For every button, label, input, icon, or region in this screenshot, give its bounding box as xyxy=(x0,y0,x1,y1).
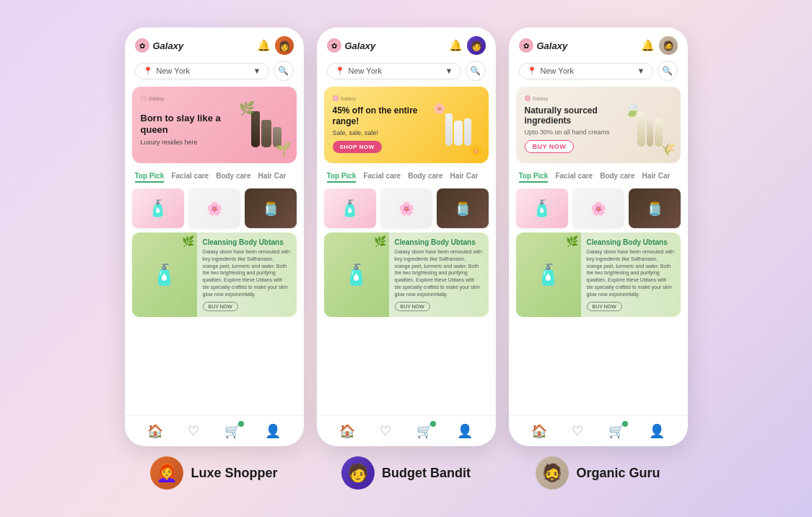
budget-persona-label: 🧑 Budget Bandit xyxy=(341,456,471,490)
organic-bottle-2 xyxy=(647,121,653,147)
organic-feature-button[interactable]: BUY NOW xyxy=(587,302,622,311)
luxe-notification-icon[interactable]: 🔔 xyxy=(257,39,271,52)
budget-banner: Galaxy 45% off on the entire range! Sale… xyxy=(324,87,489,163)
budget-product-1[interactable]: 🧴 xyxy=(324,188,376,228)
budget-feature-button[interactable]: BUY NOW xyxy=(395,302,430,311)
luxe-product-img-3: 🫙 xyxy=(245,188,297,228)
luxe-search-bar: 📍 New York ▼ 🔍 xyxy=(125,61,304,87)
organic-header-icons: 🔔 🧔 xyxy=(641,36,678,55)
luxe-header-icons: 🔔 👩 xyxy=(257,36,294,55)
luxe-bottom-nav: 🏠 ♡ 🛒 👤 xyxy=(125,415,304,446)
luxe-banner-logo: Galaxy xyxy=(141,95,288,101)
organic-feature-image: 🧴 🌿 xyxy=(516,233,581,317)
budget-tab-hair[interactable]: Hair Car xyxy=(450,172,479,183)
luxe-feature-banner: 🧴 🌿 Cleansing Body Ubtans Galaxy obsm ha… xyxy=(132,233,297,317)
organic-chevron-icon: ▼ xyxy=(637,66,645,75)
luxe-persona-name: Luxe Shopper xyxy=(191,466,277,481)
organic-product-3[interactable]: 🫙 xyxy=(629,188,681,228)
budget-feature-banner: 🧴 🌿 Cleansing Body Ubtans Galaxy obsm ha… xyxy=(324,233,489,317)
budget-banner-content: 45% off on the entire range! Sale, sale,… xyxy=(333,104,480,155)
organic-notification-icon[interactable]: 🔔 xyxy=(641,39,655,52)
budget-product-2[interactable]: 🌸 xyxy=(380,188,432,228)
budget-nav-wishlist[interactable]: ♡ xyxy=(380,423,391,439)
organic-product-img-1: 🧴 xyxy=(516,188,568,228)
luxe-avatar[interactable]: 👩 xyxy=(275,36,294,55)
luxe-nav-cart[interactable]: 🛒 xyxy=(224,423,240,439)
organic-bottom-nav: 🏠 ♡ 🛒 👤 xyxy=(509,415,688,446)
luxe-banner-text: Born to slay like a queen Luxury resides… xyxy=(141,113,239,145)
luxe-product-grid: 🧴 🌸 🫙 xyxy=(125,186,304,233)
bottle-1 xyxy=(251,111,260,147)
budget-avatar[interactable]: 🧑 xyxy=(467,36,486,55)
luxe-feature-button[interactable]: BUY NOW xyxy=(203,302,238,311)
luxe-search-button[interactable]: 🔍 xyxy=(274,61,294,81)
luxe-search-input-wrap[interactable]: 📍 New York ▼ xyxy=(135,63,269,79)
organic-tab-hair[interactable]: Hair Car xyxy=(642,172,671,183)
white-bottle-3 xyxy=(464,118,471,146)
luxe-feature-image: 🧴 🌿 xyxy=(132,233,197,317)
organic-product-1[interactable]: 🧴 xyxy=(516,188,568,228)
budget-tab-body[interactable]: Body care xyxy=(408,172,442,183)
luxe-tab-toppick[interactable]: Top Pick xyxy=(135,172,165,183)
budget-banner-image: 🌸 🌼 xyxy=(437,104,480,155)
budget-banner-title: 45% off on the entire range! xyxy=(333,105,431,126)
budget-search-bar: 📍 New York ▼ 🔍 xyxy=(317,61,496,87)
luxe-nav-wishlist[interactable]: ♡ xyxy=(188,423,199,439)
organic-nav-wishlist[interactable]: ♡ xyxy=(572,423,583,439)
luxe-product-2[interactable]: 🌸 xyxy=(188,188,240,228)
organic-location-icon: 📍 xyxy=(527,66,537,76)
budget-nav-cart[interactable]: 🛒 xyxy=(416,423,432,439)
budget-location-icon: 📍 xyxy=(335,66,345,76)
luxe-banner-title: Born to slay like a queen xyxy=(141,113,239,135)
luxe-header: ✿ Galaxy 🔔 👩 xyxy=(125,27,304,61)
budget-tab-facial[interactable]: Facial care xyxy=(363,172,401,183)
luxe-brand-logo: ✿ Galaxy xyxy=(135,38,184,53)
budget-tab-toppick[interactable]: Top Pick xyxy=(327,172,357,183)
organic-phone: ✿ Galaxy 🔔 🧔 📍 New York ▼ 🔍 xyxy=(509,27,688,446)
luxe-feature-title: Cleansing Body Ubtans xyxy=(203,238,291,246)
luxe-nav-profile[interactable]: 👤 xyxy=(265,423,281,439)
budget-persona-avatar: 🧑 xyxy=(341,456,375,490)
luxe-brand-name: Galaxy xyxy=(153,40,184,51)
budget-search-input-wrap[interactable]: 📍 New York ▼ xyxy=(327,63,461,79)
organic-buy-now-button[interactable]: BUY NOW xyxy=(525,140,575,153)
budget-phone: ✿ Galaxy 🔔 🧑 📍 New York ▼ 🔍 xyxy=(317,27,496,446)
luxe-tab-hair[interactable]: Hair Car xyxy=(258,172,287,183)
organic-search-button[interactable]: 🔍 xyxy=(658,61,678,81)
organic-feature-desc: Galaxy obsm have been remouted with key … xyxy=(587,248,675,298)
budget-product-3[interactable]: 🫙 xyxy=(437,188,489,228)
organic-feature-title: Cleansing Body Ubtans xyxy=(587,238,675,246)
organic-nav-profile[interactable]: 👤 xyxy=(649,423,665,439)
budget-nav-home[interactable]: 🏠 xyxy=(339,423,355,439)
organic-nav-cart[interactable]: 🛒 xyxy=(608,423,624,439)
luxe-product-1[interactable]: 🧴 xyxy=(132,188,184,228)
luxe-nav-home[interactable]: 🏠 xyxy=(147,423,163,439)
budget-nav-profile[interactable]: 👤 xyxy=(457,423,473,439)
luxe-product-3[interactable]: 🫙 xyxy=(245,188,297,228)
organic-search-input-wrap[interactable]: 📍 New York ▼ xyxy=(519,63,653,79)
budget-bottom-nav: 🏠 ♡ 🛒 👤 xyxy=(317,415,496,446)
luxe-tab-facial[interactable]: Facial care xyxy=(171,172,209,183)
budget-banner-subtitle: Sale, sale, sale! xyxy=(333,129,431,136)
organic-tab-facial[interactable]: Facial care xyxy=(555,172,593,183)
organic-product-2[interactable]: 🌸 xyxy=(572,188,624,228)
luxe-product-img-1: 🧴 xyxy=(132,188,184,228)
luxe-tab-body[interactable]: Body care xyxy=(216,172,250,183)
budget-brand-name: Galaxy xyxy=(345,40,376,51)
budget-product-img-1: 🧴 xyxy=(324,188,376,228)
budget-notification-icon[interactable]: 🔔 xyxy=(449,39,463,52)
budget-feature-content: Cleansing Body Ubtans Galaxy obsm have b… xyxy=(389,233,489,317)
budget-search-button[interactable]: 🔍 xyxy=(466,61,486,81)
budget-chevron-icon: ▼ xyxy=(445,66,453,75)
budget-shop-now-button[interactable]: SHOP NOW xyxy=(333,141,382,153)
organic-banner-logo: Galaxy xyxy=(525,95,672,101)
organic-nav-home[interactable]: 🏠 xyxy=(531,423,547,439)
organic-banner-content: Naturally sourced ingredients Upto 30% o… xyxy=(525,104,672,155)
organic-tab-toppick[interactable]: Top Pick xyxy=(519,172,549,183)
organic-bottles xyxy=(637,112,663,147)
organic-feature-banner: 🧴 🌿 Cleansing Body Ubtans Galaxy obsm ha… xyxy=(516,233,681,317)
organic-persona-avatar: 🧔 xyxy=(536,456,569,490)
luxe-banner-subtitle: Luxury resides here xyxy=(141,139,239,146)
organic-avatar[interactable]: 🧔 xyxy=(659,36,678,55)
organic-tab-body[interactable]: Body care xyxy=(600,172,634,183)
